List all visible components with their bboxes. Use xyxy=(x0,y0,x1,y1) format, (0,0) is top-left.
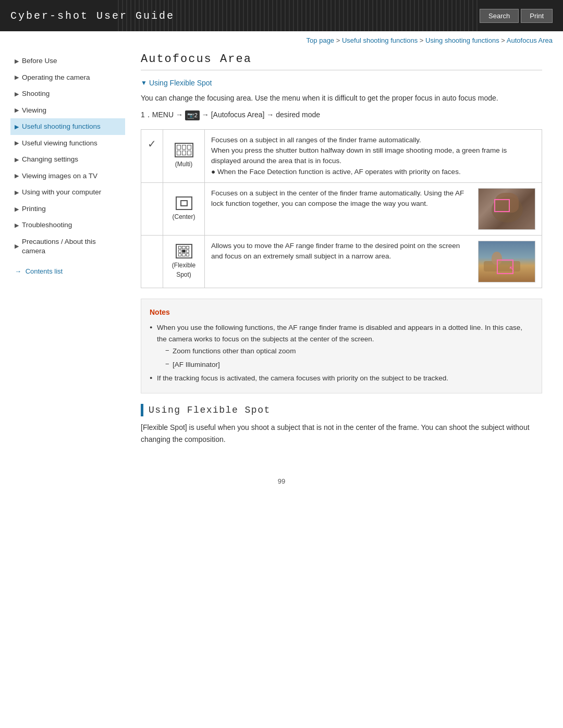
arrow-right-icon: → xyxy=(15,267,21,275)
section-text-flexible: [Flexible Spot] is useful when you shoot… xyxy=(141,422,542,445)
section-link-label: Using Flexible Spot xyxy=(149,79,212,87)
flexible-description-text: Allows you to move the AF range finder f… xyxy=(211,241,473,262)
check-cell: ✓ xyxy=(141,129,163,182)
header-stripe-decoration xyxy=(115,0,480,31)
check-cell-empty2 xyxy=(141,235,163,288)
sidebar-item-useful-shooting[interactable]: ▶ Useful shooting functions xyxy=(10,118,125,135)
sidebar-item-operating[interactable]: ▶ Operating the camera xyxy=(10,69,125,86)
sidebar-item-label: Viewing xyxy=(22,106,46,115)
breadcrumb-top[interactable]: Top page xyxy=(307,36,335,44)
sidebar-item-before-use[interactable]: ▶ Before Use xyxy=(10,53,125,69)
sidebar-item-label: Operating the camera xyxy=(22,73,90,82)
table-row: ✓ (Multi) xyxy=(141,129,542,182)
autofocus-table: ✓ (Multi) xyxy=(141,129,542,288)
breadcrumb-useful-shooting[interactable]: Useful shooting functions xyxy=(342,36,418,44)
notes-item-2: If the tracking focus is activated, the … xyxy=(150,373,533,384)
notes-box: Notes When you use the following functio… xyxy=(141,299,542,393)
menu-instruction: 1．MENU → 📷2 → [Autofocus Area] → desired… xyxy=(141,109,542,120)
arrow-icon-active: ▶ xyxy=(15,123,19,130)
cat-image-bg xyxy=(479,189,535,229)
breadcrumb-sep1: > xyxy=(336,36,342,44)
notes-sublist: Zoom functions other than optical zoom [… xyxy=(157,346,533,370)
sidebar-item-label: Troubleshooting xyxy=(22,220,72,230)
icon-label-flexible: (Flexible xyxy=(172,261,195,270)
table-row: (Center) Focuses on a subject in the cen… xyxy=(141,182,542,235)
icon-cell-multi: (Multi) xyxy=(163,129,205,182)
sidebar-item-label: Using with your computer xyxy=(22,188,101,197)
blue-bar-decoration xyxy=(141,404,143,416)
breadcrumb-autofocus[interactable]: Autofocus Area xyxy=(507,36,553,44)
icon-cell-center: (Center) xyxy=(163,182,205,235)
page-title: Autofocus Area xyxy=(141,53,542,70)
sidebar-item-troubleshooting[interactable]: ▶ Troubleshooting xyxy=(10,217,125,233)
arrow-icon: ▶ xyxy=(15,205,19,213)
sidebar-item-printing[interactable]: ▶ Printing xyxy=(10,201,125,217)
triangle-icon: ▼ xyxy=(141,79,147,87)
bird-image-bg: ↖ xyxy=(479,241,535,282)
arrow-icon: ▶ xyxy=(15,139,19,146)
notes-list: When you use the following functions, th… xyxy=(150,322,533,384)
checkmark-icon: ✓ xyxy=(148,138,156,150)
desc-cell-flexible: Allows you to move the AF range finder f… xyxy=(205,235,542,288)
icon-cell-flexible: (Flexible Spot) xyxy=(163,235,205,288)
notes-subitem-1: Zoom functions other than optical zoom xyxy=(165,346,533,357)
sidebar-item-label: Printing xyxy=(22,204,46,214)
arrow-icon: ▶ xyxy=(15,57,19,65)
notes-title: Notes xyxy=(150,306,533,318)
intro-text: You can change the focusing area. Use th… xyxy=(141,92,542,104)
sidebar: ▶ Before Use ▶ Operating the camera ▶ Sh… xyxy=(10,47,130,467)
sidebar-item-label: Useful viewing functions xyxy=(22,139,97,148)
search-button[interactable]: Search xyxy=(480,9,519,23)
sidebar-item-label: Viewing images on a TV xyxy=(22,171,97,181)
icon-label-flexible2: Spot) xyxy=(176,270,191,279)
breadcrumb: Top page > Useful shooting functions > U… xyxy=(0,31,563,47)
breadcrumb-sep3: > xyxy=(501,36,507,44)
section-heading-label: Using Flexible Spot xyxy=(149,405,271,415)
desc-cell-center: Focuses on a subject in the center of th… xyxy=(205,182,542,235)
sidebar-item-shooting[interactable]: ▶ Shooting xyxy=(10,85,125,102)
sidebar-item-changing-settings[interactable]: ▶ Changing settings xyxy=(10,151,125,168)
page-footer: 99 xyxy=(0,467,563,496)
sidebar-item-viewing-tv[interactable]: ▶ Viewing images on a TV xyxy=(10,168,125,184)
cursor-icon: ↖ xyxy=(509,263,515,274)
sidebar-item-using-computer[interactable]: ▶ Using with your computer xyxy=(10,184,125,201)
center-img-row: Focuses on a subject in the center of th… xyxy=(211,188,535,230)
header: Cyber-shot User Guide Search Print xyxy=(0,0,563,31)
flexible-grid xyxy=(178,246,190,256)
sidebar-item-label: Shooting xyxy=(22,89,50,98)
notes-subitem-2: [AF Illuminator] xyxy=(165,359,533,371)
multi-af-icon xyxy=(175,143,193,157)
sidebar-item-label: Useful shooting functions xyxy=(22,122,101,131)
section-heading-flexible: Using Flexible Spot xyxy=(141,404,542,416)
sidebar-item-viewing[interactable]: ▶ Viewing xyxy=(10,102,125,119)
center-af-icon xyxy=(176,196,192,210)
center-description-text: Focuses on a subject in the center of th… xyxy=(211,188,473,209)
cat-image xyxy=(478,188,535,230)
main-layout: ▶ Before Use ▶ Operating the camera ▶ Sh… xyxy=(0,47,563,467)
print-button[interactable]: Print xyxy=(521,9,553,23)
table-row: (Flexible Spot) Allows you to move the A… xyxy=(141,235,542,288)
contents-link-label: Contents list xyxy=(26,267,63,275)
content-area: Autofocus Area ▼ Using Flexible Spot You… xyxy=(130,47,553,467)
arrow-icon: ▶ xyxy=(15,90,19,97)
page-number: 99 xyxy=(278,477,285,485)
header-buttons: Search Print xyxy=(480,9,553,23)
icon-label-center: (Center) xyxy=(172,212,195,221)
arrow-icon: ▶ xyxy=(15,106,19,114)
icon-label-multi: (Multi) xyxy=(175,159,192,169)
arrow-icon: ▶ xyxy=(15,156,19,163)
arrow-icon: ▶ xyxy=(15,242,19,250)
breadcrumb-using-shooting[interactable]: Using shooting functions xyxy=(425,36,499,44)
contents-list-link[interactable]: → Contents list xyxy=(10,263,125,279)
sidebar-item-precautions[interactable]: ▶ Precautions / About this camera xyxy=(10,233,125,259)
breadcrumb-sep2: > xyxy=(420,36,425,44)
section-link-flexible-spot[interactable]: ▼ Using Flexible Spot xyxy=(141,79,542,87)
flexible-spot-icon xyxy=(176,244,192,258)
sidebar-item-label: Changing settings xyxy=(22,155,78,164)
arrow-icon: ▶ xyxy=(15,73,19,81)
focus-box-center xyxy=(494,199,510,212)
camera-menu-icon: 📷2 xyxy=(185,110,200,121)
arrow-icon: ▶ xyxy=(15,189,19,196)
sidebar-item-label: Precautions / About this camera xyxy=(22,237,121,255)
sidebar-item-useful-viewing[interactable]: ▶ Useful viewing functions xyxy=(10,135,125,152)
